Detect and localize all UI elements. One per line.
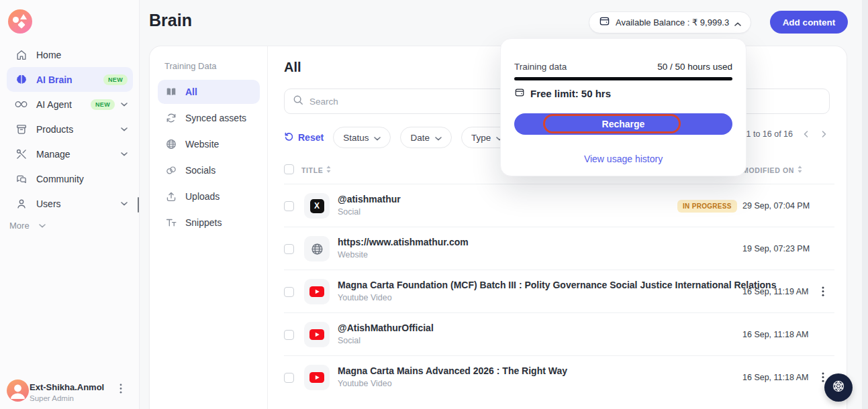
prev-page-icon[interactable] (802, 129, 810, 139)
avatar (7, 379, 29, 402)
row-subtitle: Social (338, 336, 360, 345)
sidebar-item-label: Home (36, 50, 61, 60)
training-nav-item-socials[interactable]: Socials (158, 158, 260, 182)
row-modified-on: 16 Sep, 11:19 AM (742, 287, 808, 296)
sidebar-item-label: AI Brain (36, 74, 73, 85)
balance-popover: Training data 50 / 50 hours used Free li… (500, 38, 746, 176)
home-icon (15, 48, 28, 61)
upload-icon (164, 190, 177, 203)
view-usage-history-link[interactable]: View usage history (501, 154, 746, 164)
table-row[interactable]: @AtishMathurOfficialSocial16 Sep, 11:18 … (284, 312, 834, 355)
sidebar-item-community[interactable]: Community (7, 166, 133, 191)
next-page-icon[interactable] (820, 129, 828, 139)
globe-icon (164, 138, 177, 151)
row-checkbox[interactable] (284, 244, 294, 254)
sidebar-item-users[interactable]: Users (7, 191, 133, 216)
sidebar-item-home[interactable]: Home (7, 42, 133, 67)
sidebar-user[interactable]: Ext-Shikha.Anmol Super Admin (0, 375, 140, 409)
filter-row: Reset StatusDateType (284, 127, 513, 148)
youtube-icon (304, 365, 330, 390)
chevron-down-icon (121, 202, 128, 206)
chevron-down-icon (121, 103, 128, 107)
row-menu-icon[interactable] (819, 286, 827, 299)
sync-icon (164, 112, 177, 125)
row-checkbox[interactable] (284, 373, 294, 383)
date-filter-dropdown[interactable]: Date (400, 127, 452, 148)
user-menu-icon[interactable] (119, 384, 122, 396)
sidebar-item-label: Products (36, 124, 73, 135)
sidebar-nav: HomeAI BrainNEWAI AgentNEWProductsManage… (0, 42, 140, 216)
training-nav-item-website[interactable]: Website (158, 132, 260, 156)
row-checkbox[interactable] (284, 330, 294, 340)
add-content-button[interactable]: Add content (770, 11, 848, 34)
sidebar-item-products[interactable]: Products (7, 117, 133, 141)
row-checkbox[interactable] (284, 201, 294, 211)
filter-label: Date (410, 133, 430, 143)
sidebar-item-ai-agent[interactable]: AI AgentNEW (7, 92, 133, 117)
support-widget-button[interactable] (824, 373, 853, 402)
book-icon (164, 86, 177, 99)
table-row[interactable]: X@atishmathurSocialIN PROGRESS29 Sep, 07… (284, 184, 834, 227)
usage-counter: 50 / 50 hours used (657, 62, 732, 72)
row-modified-on: 19 Sep, 07:23 PM (742, 244, 810, 253)
sidebar-item-ai-brain[interactable]: AI BrainNEW (7, 67, 133, 92)
sort-icon[interactable] (798, 166, 802, 174)
filter-label: Type (471, 133, 491, 143)
row-title: https://www.atishmathur.com (338, 237, 469, 247)
tools-icon (15, 148, 28, 160)
training-data-list: AllSynced assetsWebsiteSocialsUploadsSni… (158, 80, 260, 237)
training-nav-item-synced-assets[interactable]: Synced assets (158, 106, 260, 130)
row-title: @atishmathur (338, 194, 401, 204)
wallet-icon (514, 87, 525, 100)
training-nav-label: Socials (185, 165, 215, 176)
link-icon (164, 164, 177, 177)
user-icon (15, 197, 28, 210)
brain-icon (15, 73, 28, 86)
new-badge: NEW (91, 99, 115, 110)
popover-title: Training data (514, 62, 567, 72)
sort-icon[interactable] (326, 166, 331, 174)
status-badge: IN PROGRESS (677, 200, 737, 213)
text-icon (164, 217, 177, 229)
free-limit-row: Free limit: 50 hrs (514, 87, 611, 100)
row-subtitle: Youtube Video (338, 293, 392, 302)
app-window: HomeAI BrainNEWAI AgentNEWProductsManage… (0, 0, 868, 409)
row-checkbox[interactable] (284, 287, 294, 297)
chat-icon (15, 172, 28, 185)
training-data-title: Training Data (164, 61, 217, 71)
chevron-down-icon (121, 127, 128, 131)
reset-filters-button[interactable]: Reset (284, 131, 324, 143)
training-nav-label: All (185, 86, 197, 97)
table-row[interactable]: Magna Carta Mains Advanced 2026 : The Ri… (284, 355, 834, 398)
chevron-down-icon (374, 133, 381, 143)
sidebar-item-manage[interactable]: Manage (7, 141, 133, 166)
select-all-checkbox[interactable] (284, 164, 294, 174)
training-nav-label: Website (185, 139, 219, 150)
sidebar-scrollbar[interactable] (138, 197, 139, 213)
status-filter-dropdown[interactable]: Status (333, 127, 391, 148)
reset-icon (284, 131, 294, 143)
sidebar-more-button[interactable]: More (9, 221, 46, 231)
table-row[interactable]: Magna Carta Foundation (MCF) Batch III :… (284, 270, 834, 312)
row-modified-on: 16 Sep, 11:18 AM (742, 373, 808, 382)
filter-label: Status (343, 133, 369, 143)
window-scrollbar[interactable] (862, 0, 868, 409)
balance-dropdown-button[interactable]: Available Balance : ₹ 9,999.3 (589, 11, 751, 34)
user-name: Ext-Shikha.Anmol (30, 382, 104, 392)
new-badge: NEW (103, 74, 128, 85)
column-modified-on: MODIFIED ON (742, 166, 802, 174)
brand-logo-icon[interactable] (8, 9, 32, 34)
training-nav-item-snippets[interactable]: Snippets (158, 211, 260, 235)
pagination: 1 to 16 of 16 (746, 129, 828, 139)
row-subtitle: Youtube Video (338, 379, 392, 388)
table-row[interactable]: https://www.atishmathur.comWebsite19 Sep… (284, 227, 834, 270)
globe-tile-icon (304, 236, 330, 261)
row-subtitle: Website (338, 250, 368, 259)
sidebar-item-label: Users (36, 198, 61, 209)
reset-label: Reset (298, 132, 324, 143)
training-nav-item-uploads[interactable]: Uploads (158, 184, 260, 209)
more-label: More (9, 221, 30, 231)
column-title: TITLE (301, 166, 331, 174)
training-nav-item-all[interactable]: All (158, 80, 260, 104)
recharge-button[interactable]: Recharge (514, 113, 732, 135)
